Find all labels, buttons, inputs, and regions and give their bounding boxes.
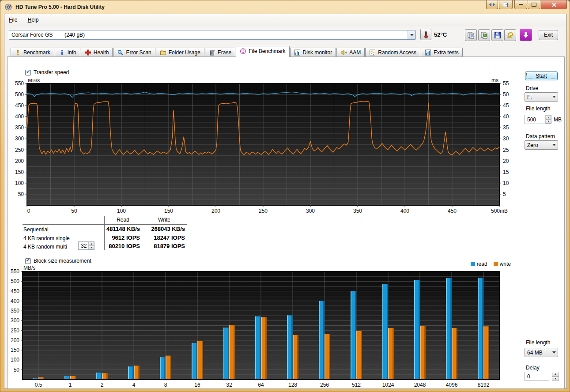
svg-text:256: 256 (320, 382, 329, 388)
tab-benchmark[interactable]: Benchmark (11, 48, 54, 57)
svg-text:MB/s: MB/s (28, 79, 40, 83)
menu-file[interactable]: File (4, 14, 22, 25)
tab-folder-usage[interactable]: Folder Usage (156, 48, 204, 57)
svg-text:550: 550 (15, 80, 24, 87)
svg-text:4: 4 (132, 382, 136, 388)
aam-icon (340, 49, 347, 56)
tab-label: AAM (349, 49, 361, 56)
health-icon (85, 49, 91, 56)
delay-input[interactable]: 0 (525, 372, 549, 381)
file-length-label: File length (526, 106, 550, 112)
col-header-write: Write (142, 217, 187, 223)
copy-text-button[interactable] (465, 29, 477, 41)
svg-text:45: 45 (503, 102, 509, 109)
download-button[interactable] (520, 29, 532, 41)
svg-text:2048: 2048 (414, 382, 426, 388)
split-view-button[interactable] (486, 0, 498, 9)
tab-label: Folder Usage (169, 49, 200, 56)
file-length-spinner[interactable]: 500 (525, 115, 551, 124)
data-pattern-label: Data pattern (526, 133, 555, 139)
save-icon (494, 32, 501, 39)
menu-help[interactable]: Help (23, 14, 43, 25)
svg-text:500: 500 (11, 278, 19, 284)
svg-text:400: 400 (11, 298, 19, 304)
thread-count-spinner[interactable]: 32 (78, 241, 94, 250)
svg-text:50: 50 (18, 191, 24, 197)
drive-value: F: (525, 94, 551, 100)
chevron-down-icon (551, 96, 558, 98)
random-single-write-value: 18247 IOPS (142, 234, 185, 241)
svg-text:350: 350 (353, 208, 362, 213)
spin-up-icon[interactable] (546, 115, 551, 120)
svg-text:300: 300 (306, 208, 315, 213)
save-button[interactable] (491, 29, 503, 41)
svg-text:50: 50 (71, 208, 77, 213)
svg-text:0: 0 (27, 208, 30, 213)
tab-label: Random Access (378, 49, 416, 56)
spin-up-icon[interactable] (89, 242, 94, 246)
svg-text:2: 2 (101, 382, 104, 388)
file-benchmark-page: Transfer speed 5010015020025030035040045… (7, 57, 565, 389)
spin-down-icon[interactable] (546, 120, 551, 124)
tab-error-scan[interactable]: Error Scan (113, 48, 155, 57)
block-size-chart: 0.51248163264128256512102420484096819250… (10, 264, 513, 389)
tab-random-access[interactable]: Random Access (365, 48, 420, 57)
delay-value: 0 (525, 372, 549, 381)
tab-label: Error Scan (126, 49, 151, 56)
capture-button[interactable] (504, 29, 516, 41)
delay-spinner[interactable] (552, 372, 559, 381)
svg-text:100: 100 (11, 357, 19, 363)
maximize-button[interactable] (528, 0, 540, 9)
svg-text:100: 100 (117, 208, 126, 213)
spin-down-icon[interactable] (552, 377, 559, 381)
start-button[interactable]: Start (525, 72, 558, 80)
svg-text:64: 64 (258, 382, 264, 388)
app-icon (5, 4, 12, 11)
close-button[interactable] (541, 0, 567, 9)
thermometer-icon (424, 30, 428, 38)
window-title: HD Tune Pro 5.00 - Hard Disk Utility (15, 4, 105, 10)
sequential-write-value: 268043 KB/s (142, 226, 185, 232)
random-multi-read-value: 80210 IOPS (104, 243, 140, 249)
svg-text:100: 100 (15, 180, 24, 186)
svg-text:20: 20 (503, 158, 509, 164)
svg-text:350: 350 (15, 124, 24, 131)
drive-combobox[interactable]: F: (525, 92, 558, 102)
erase-icon (209, 49, 215, 56)
svg-text:128: 128 (288, 382, 297, 388)
tab-erase[interactable]: Erase (205, 48, 235, 57)
tab-label: Health (94, 49, 109, 56)
transfer-speed-checkbox[interactable]: Transfer speed (25, 69, 69, 75)
data-pattern-combobox[interactable]: Zero (525, 140, 558, 150)
block-file-length-combobox[interactable]: 64 MB (525, 348, 558, 357)
svg-text:450: 450 (15, 102, 24, 109)
popout-button[interactable] (499, 0, 513, 9)
copy-image-button[interactable] (478, 29, 490, 41)
svg-text:400: 400 (400, 208, 409, 213)
svg-text:16: 16 (194, 382, 200, 388)
svg-text:400: 400 (15, 113, 24, 120)
svg-text:300: 300 (11, 317, 19, 324)
error-scan-icon (117, 49, 124, 56)
chevron-down-icon (408, 30, 415, 39)
svg-text:30: 30 (503, 136, 509, 142)
tab-health[interactable]: Health (81, 48, 113, 57)
tab-disk-monitor[interactable]: Disk monitor (290, 48, 336, 57)
exit-button[interactable]: Exit (539, 30, 558, 40)
temperature-button[interactable] (420, 29, 431, 40)
client-area: File Help Corsair Force GS (240 gB) 52°C (4, 14, 567, 389)
minimize-button[interactable] (514, 0, 527, 9)
svg-text:450: 450 (448, 208, 457, 213)
svg-text:ms: ms (491, 79, 498, 83)
spin-down-icon[interactable] (89, 246, 94, 250)
spin-up-icon[interactable] (552, 372, 559, 377)
drive-selector-combobox[interactable]: Corsair Force GS (240 gB) (9, 30, 416, 40)
tab-extra-tests[interactable]: Extra tests (421, 48, 463, 57)
tab-info[interactable]: Info (55, 48, 80, 57)
tab-file-benchmark[interactable]: File Benchmark (236, 46, 289, 57)
tab-aam[interactable]: AAM (336, 48, 365, 57)
chevron-down-icon (551, 144, 558, 146)
svg-text:500: 500 (15, 91, 24, 98)
svg-text:250: 250 (15, 147, 24, 153)
block-size-checkbox[interactable]: Block size measurement (25, 258, 91, 264)
